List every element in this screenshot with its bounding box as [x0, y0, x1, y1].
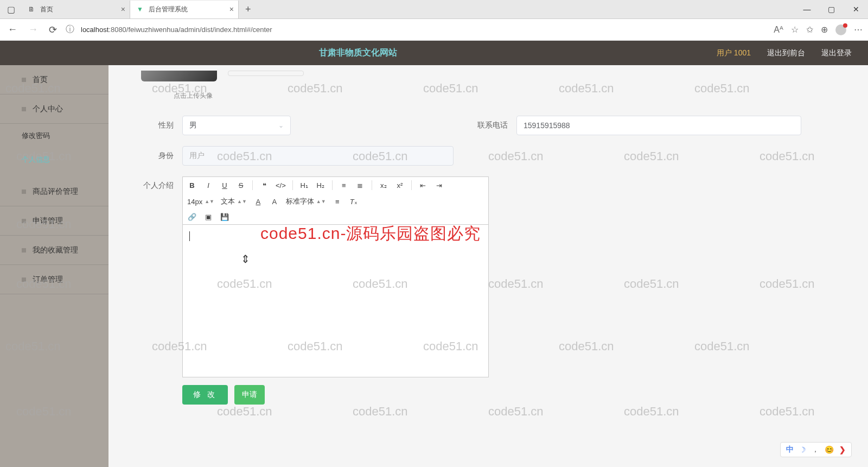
sidebar: 首页 个人中心 修改密码 个人信息 商品评价管理 申请管理 我的收藏管理 订单管…	[0, 65, 108, 467]
profile-icon[interactable]	[835, 24, 846, 35]
italic-icon[interactable]: I	[203, 181, 213, 190]
more-icon[interactable]: ⋯	[854, 24, 863, 35]
minimize-button[interactable]: —	[795, 5, 819, 14]
sub-icon[interactable]: x₂	[379, 181, 388, 190]
sidebar-item-orders[interactable]: 订单管理	[0, 265, 108, 294]
modify-button[interactable]: 修 改	[182, 385, 228, 405]
avatar-hint: 点击上传头像	[174, 91, 846, 100]
collections-icon[interactable]: ⊕	[821, 24, 828, 35]
moon-icon: ☽	[799, 445, 806, 454]
forward-button[interactable]: →	[26, 24, 40, 35]
ol-icon[interactable]: ≡	[339, 181, 349, 190]
sidebar-item-profile[interactable]: 个人信息	[0, 148, 108, 172]
link-icon[interactable]: 🔗	[187, 213, 197, 221]
url-field[interactable]: localhost:8080/feiwuzhiwenhua/admin/dist…	[81, 26, 767, 34]
font-select[interactable]: 标准字体▲▼	[286, 197, 326, 206]
bg-color-icon[interactable]: A	[270, 198, 279, 206]
ime-mode: 中	[786, 445, 794, 455]
exit-front-link[interactable]: 退出到前台	[767, 48, 805, 58]
sidebar-item-apply[interactable]: 申请管理	[0, 206, 108, 236]
apply-button[interactable]: 申请	[234, 385, 265, 405]
window-controls: — ▢ ✕	[795, 5, 868, 14]
gender-label: 性别	[141, 121, 174, 130]
ime-comma: ，	[812, 445, 819, 455]
image-icon[interactable]: ▣	[203, 213, 213, 221]
font-size-select[interactable]: 14px▲▼	[187, 198, 214, 206]
text-color-icon[interactable]: A	[253, 198, 263, 206]
code-icon[interactable]: </>	[276, 181, 286, 190]
ime-bar[interactable]: 中 ☽ ， 😊 ❯	[780, 442, 852, 457]
sidebar-item-reviews[interactable]: 商品评价管理	[0, 177, 108, 206]
close-icon[interactable]: ×	[121, 5, 125, 14]
avatar-upload-box[interactable]	[228, 71, 304, 76]
editor-toolbar: B I U S ❝ </> H₁ H₂ ≡ ≣ x₂ x²	[183, 177, 488, 225]
bio-label: 个人介绍	[141, 176, 174, 191]
info-icon[interactable]: ⓘ	[66, 24, 74, 35]
editor-textarea[interactable]	[183, 225, 488, 377]
quote-icon[interactable]: ❝	[259, 181, 269, 190]
underline-icon[interactable]: U	[220, 181, 229, 190]
window-icon: ▢	[0, 4, 22, 15]
ime-arrow: ❯	[839, 445, 846, 454]
indent-icon[interactable]: ⇤	[418, 181, 428, 190]
address-bar: ← → ⟳ ⓘ localhost:8080/feiwuzhiwenhua/ad…	[0, 19, 868, 41]
tab-label: 首页	[40, 5, 53, 14]
maximize-button[interactable]: ▢	[819, 5, 844, 14]
identity-label: 身份	[141, 151, 174, 161]
sidebar-item-home[interactable]: 首页	[0, 65, 108, 94]
new-tab-button[interactable]: +	[239, 4, 258, 15]
strike-icon[interactable]: S	[236, 181, 246, 190]
close-window-button[interactable]: ✕	[844, 5, 868, 14]
phone-label: 联系电话	[475, 121, 508, 130]
identity-input: 用户	[182, 146, 454, 166]
browser-tab-bar: ▢ 🗎 首页 × ▼ 后台管理系统 × + — ▢ ✕	[0, 0, 868, 19]
back-button[interactable]: ←	[5, 24, 20, 35]
star-icon[interactable]: ☆	[791, 24, 799, 35]
h2-icon[interactable]: H₂	[316, 181, 326, 190]
sup-icon[interactable]: x²	[395, 181, 405, 190]
save-icon[interactable]: 💾	[220, 213, 229, 221]
ul-icon[interactable]: ≣	[355, 181, 365, 190]
clear-format-icon[interactable]: Tₓ	[349, 198, 359, 206]
rich-text-editor: B I U S ❝ </> H₁ H₂ ≡ ≣ x₂ x²	[182, 176, 489, 377]
site-title: 甘肃非物质文化网站	[0, 47, 717, 59]
phone-input[interactable]: 15915915988	[516, 116, 801, 135]
outdent-icon[interactable]: ⇥	[435, 181, 444, 190]
ime-sym: 😊	[825, 445, 834, 454]
bold-icon[interactable]: B	[187, 181, 197, 190]
avatar-image[interactable]	[141, 71, 217, 81]
sidebar-item-favorites[interactable]: 我的收藏管理	[0, 236, 108, 265]
sidebar-item-personal[interactable]: 个人中心	[0, 94, 108, 124]
page-icon: 🗎	[28, 5, 36, 13]
align-icon[interactable]: ≡	[333, 198, 342, 206]
logout-link[interactable]: 退出登录	[821, 48, 852, 58]
text-select[interactable]: 文本▲▼	[221, 197, 247, 206]
tab-label: 后台管理系统	[149, 5, 188, 14]
text-size-icon[interactable]: Aᴬ	[774, 24, 783, 35]
current-user: 用户 1001	[717, 48, 751, 58]
gender-select[interactable]: 男 ⌄	[182, 116, 291, 135]
sidebar-item-password[interactable]: 修改密码	[0, 124, 108, 148]
close-icon[interactable]: ×	[229, 5, 234, 14]
app-header: 甘肃非物质文化网站 用户 1001 退出到前台 退出登录	[0, 41, 868, 65]
tab-home[interactable]: 🗎 首页 ×	[22, 1, 130, 18]
refresh-button[interactable]: ⟳	[47, 24, 59, 36]
main-content: 点击上传头像 性别 男 ⌄ 联系电话 15915915988 身份 用户 个人介…	[108, 65, 868, 467]
chevron-down-icon: ⌄	[278, 122, 284, 129]
vue-icon: ▼	[137, 5, 144, 13]
tab-admin[interactable]: ▼ 后台管理系统 ×	[130, 1, 239, 18]
h1-icon[interactable]: H₁	[299, 181, 309, 190]
favorites-icon[interactable]: ✩	[806, 24, 813, 35]
